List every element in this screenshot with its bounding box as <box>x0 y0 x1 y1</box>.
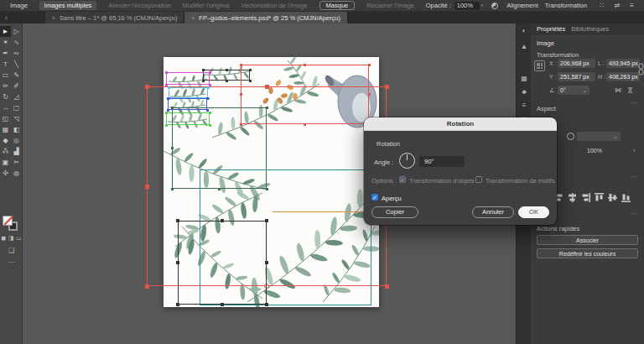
slice-tool-icon[interactable]: ✂ <box>11 157 22 168</box>
gradient-panel-icon[interactable]: ▲ <box>517 43 532 50</box>
paintbrush-tool-icon[interactable]: ✎ <box>11 70 22 81</box>
eyedropper-tool-icon[interactable]: ◆ <box>0 135 11 146</box>
free-transform-tool-icon[interactable]: ▢ <box>11 102 22 113</box>
align-bottom-icon[interactable] <box>621 193 631 202</box>
group-button[interactable]: Associer <box>537 235 638 245</box>
stroke-color-icon[interactable] <box>567 133 574 140</box>
flip-vertical-icon[interactable]: ⋈ <box>626 87 634 94</box>
aspect-dropdown[interactable]: ⌄ <box>577 132 621 141</box>
shaper-tool-icon[interactable]: ✏ <box>0 81 11 91</box>
cancel-button[interactable]: Annuler <box>472 206 514 218</box>
align-more-icon[interactable]: ⋯ <box>631 210 638 217</box>
swatches-panel-icon[interactable]: ▦ <box>517 75 532 82</box>
image-menu-item[interactable]: Image <box>10 2 28 9</box>
opacity-chevron-icon[interactable]: › <box>481 2 484 9</box>
curvature-tool-icon[interactable]: ∾ <box>11 48 22 59</box>
align-right-icon[interactable] <box>581 193 590 202</box>
close-tab-icon[interactable]: × <box>52 15 55 21</box>
selection-bounds-red-handle-br[interactable] <box>385 284 389 289</box>
panel-opacity-value[interactable]: 100% <box>587 148 602 154</box>
transform-menu[interactable]: Transformation <box>545 2 587 9</box>
y-field[interactable]: 251,587 px <box>558 72 595 81</box>
tab-properties[interactable]: Propriétés <box>537 25 565 33</box>
tab-overflow-icon[interactable]: « <box>3 16 10 19</box>
column-graph-tool-icon[interactable]: ▟ <box>11 146 22 157</box>
symbol-sprayer-tool-icon[interactable]: ⁂ <box>0 146 11 157</box>
h-field[interactable]: 408,263 px <box>606 72 640 81</box>
transform-patterns-label: Transformation de motifs <box>486 177 555 185</box>
close-tab-icon[interactable]: × <box>191 15 195 21</box>
opacity-chevron-icon[interactable]: › <box>633 148 635 154</box>
selection-bounds-red-handle-bl[interactable] <box>145 284 149 289</box>
rotate-tool-icon[interactable]: ↻ <box>0 91 11 102</box>
reference-point-locator[interactable] <box>534 60 545 71</box>
none-button-icon[interactable]: ▭ <box>16 235 22 242</box>
workspace-switcher-icon[interactable]: ⇄ <box>615 2 621 9</box>
transform-more-icon[interactable]: ⋯ <box>631 99 638 107</box>
control-bar: ImageImages multiplesAnnuler l'incorpora… <box>0 0 644 12</box>
artboard[interactable] <box>164 57 379 307</box>
copy-button[interactable]: Copier <box>371 206 418 218</box>
mask-menu-item[interactable]: Masque <box>319 1 356 10</box>
transform-patterns-checkbox[interactable] <box>475 176 482 183</box>
color-panel-icon[interactable]: ◐ <box>517 27 532 34</box>
gradient-tool-icon[interactable]: ◧ <box>11 124 22 135</box>
line-segment-tool-icon[interactable]: ╲ <box>11 59 22 70</box>
fill-swatch[interactable] <box>3 216 13 226</box>
arrange-documents-icon[interactable]: ∷ <box>600 2 605 9</box>
menu-icon[interactable]: ≡ <box>630 2 634 9</box>
transform-objects-label: Transformation d'objets <box>409 177 475 185</box>
recolor-button[interactable]: Redéfinir les couleurs <box>537 248 638 258</box>
align-hcenter-icon[interactable] <box>568 193 577 202</box>
type-tool-icon[interactable]: T <box>0 59 11 70</box>
transform-objects-checkbox[interactable]: ✓ <box>399 176 406 183</box>
width-tool-icon[interactable]: ↔ <box>0 102 11 113</box>
gradient-button-icon[interactable]: ◨ <box>8 235 14 242</box>
perspective-grid-tool-icon[interactable]: ◹ <box>11 113 22 124</box>
align-menu[interactable]: Alignement <box>506 2 538 9</box>
angle-input[interactable]: 90° <box>419 156 465 167</box>
preview-checkbox[interactable]: ✓ <box>371 194 378 201</box>
opacity-wheel-icon[interactable] <box>491 3 498 9</box>
artboard-tool-icon[interactable]: ▣ <box>0 157 11 168</box>
angle-dial-icon[interactable] <box>399 153 415 169</box>
scale-tool-icon[interactable]: ◿ <box>11 91 22 102</box>
magic-wand-tool-icon[interactable]: ✶ <box>0 37 11 48</box>
panel-angle-field[interactable]: 0°⌄ <box>558 86 589 95</box>
align-vcenter-icon[interactable] <box>608 193 617 202</box>
document-tab-active[interactable]: × FP–gudus–elements.psd* @ 25 % (CMJN/Ap… <box>184 12 348 23</box>
selection-bounds-red-handle-tr[interactable] <box>385 85 389 89</box>
x-field[interactable]: 206,968 px <box>558 59 595 68</box>
rotation-section-label: Rotation <box>377 140 400 148</box>
pencil-tool-icon[interactable]: ✐ <box>11 81 22 91</box>
draw-mode-icon[interactable]: ❏ <box>8 247 14 254</box>
brushes-panel-icon[interactable]: ♣ <box>517 88 532 96</box>
selection-tool-icon[interactable]: ► <box>0 26 11 37</box>
opacity-field[interactable]: 100% <box>454 2 480 10</box>
flip-horizontal-icon[interactable]: ⋈ <box>615 86 621 94</box>
ok-button[interactable]: OK <box>518 206 549 218</box>
direct-selection-tool-icon[interactable]: ▷ <box>11 26 22 37</box>
blend-tool-icon[interactable]: ◎ <box>11 135 22 146</box>
aspect-more-icon[interactable]: ⋯ <box>631 173 638 180</box>
toolbar-more-icon[interactable]: ⋯ <box>8 258 15 266</box>
tab-libraries[interactable]: Bibliothèques <box>571 25 609 33</box>
selection-bounds-red-handle-tl[interactable] <box>145 85 149 89</box>
layers-panel-icon[interactable]: ≡ <box>517 102 532 109</box>
dialog-title[interactable]: Rotation <box>364 117 557 131</box>
control-bar-right-icons: ∷⇄≡ <box>600 2 644 9</box>
color-button-icon[interactable]: ◼ <box>1 235 6 242</box>
zoom-tool-icon[interactable]: ◍ <box>11 168 22 179</box>
link-dimensions-icon[interactable] <box>637 63 644 76</box>
mesh-tool-icon[interactable]: ▦ <box>0 124 11 135</box>
rectangle-tool-icon[interactable]: ▭ <box>0 70 11 81</box>
w-field[interactable]: 493,945 px <box>606 59 640 68</box>
multiple-images-menu-item[interactable]: Images multiples <box>39 1 96 10</box>
hand-tool-icon[interactable]: ✣ <box>0 168 11 179</box>
document-tab[interactable]: × Sans titre – 1* @ 65,16 % (CMJN/Aperçu… <box>45 12 184 23</box>
shape-builder-tool-icon[interactable]: ◱ <box>0 113 11 124</box>
pen-tool-icon[interactable]: ✒ <box>0 48 11 59</box>
lasso-tool-icon[interactable]: ∿ <box>11 37 22 48</box>
selection-bounds-red-handle-ml[interactable] <box>145 185 149 189</box>
align-top-icon[interactable] <box>595 193 604 202</box>
